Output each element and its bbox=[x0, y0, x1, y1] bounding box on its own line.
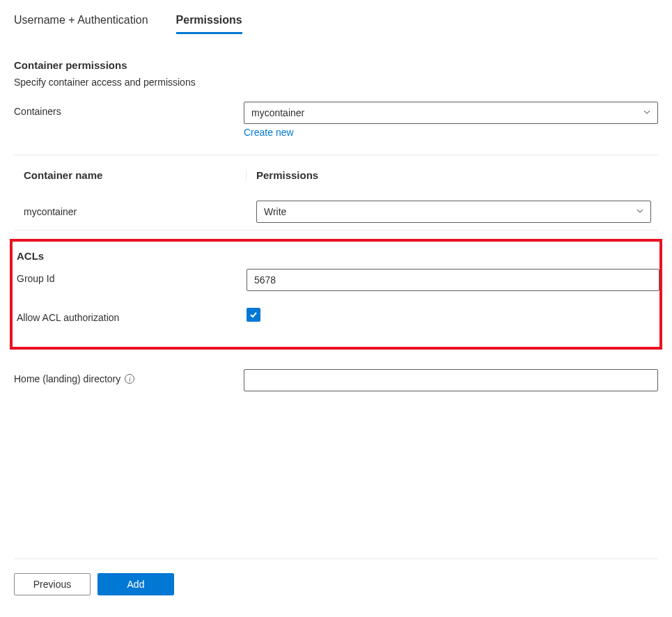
add-button[interactable]: Add bbox=[97, 573, 174, 595]
previous-button[interactable]: Previous bbox=[14, 573, 91, 595]
allow-acl-checkbox[interactable] bbox=[247, 308, 260, 322]
containers-label: Containers bbox=[14, 102, 244, 117]
table-row: mycontainer Write bbox=[14, 195, 658, 231]
home-dir-input[interactable] bbox=[244, 369, 658, 391]
tab-bar: Username + Authentication Permissions bbox=[14, 14, 658, 34]
permission-select[interactable]: Write bbox=[256, 201, 651, 223]
info-icon[interactable]: i bbox=[125, 374, 134, 384]
check-icon bbox=[249, 310, 258, 320]
group-id-label: Group Id bbox=[17, 269, 247, 284]
table-cell-name: mycontainer bbox=[24, 206, 247, 217]
container-permissions-desc: Specify container access and permissions bbox=[14, 77, 658, 88]
container-permissions-title: Container permissions bbox=[14, 59, 658, 71]
tab-username-auth[interactable]: Username + Authentication bbox=[14, 14, 148, 34]
tab-permissions[interactable]: Permissions bbox=[176, 14, 242, 34]
acls-highlight-box: ACLs Group Id Allow ACL authorization bbox=[10, 239, 662, 350]
group-id-input[interactable] bbox=[247, 269, 659, 291]
containers-select[interactable]: mycontainer bbox=[244, 102, 658, 124]
acls-title: ACLs bbox=[13, 250, 659, 262]
button-row: Previous Add bbox=[14, 573, 658, 595]
allow-acl-label: Allow ACL authorization bbox=[17, 308, 247, 323]
table-header-permissions: Permissions bbox=[247, 169, 318, 181]
container-table: Container name Permissions mycontainer W… bbox=[14, 155, 658, 231]
home-dir-label: Home (landing) directory i bbox=[14, 369, 244, 384]
divider bbox=[14, 559, 658, 559]
table-header-name: Container name bbox=[24, 169, 247, 181]
create-new-link[interactable]: Create new bbox=[244, 127, 294, 138]
